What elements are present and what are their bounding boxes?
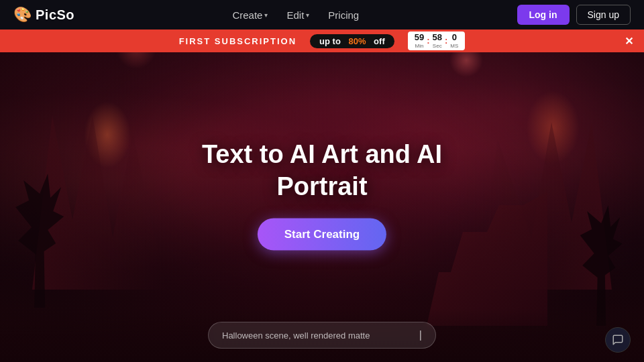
- timer-sep1: :: [427, 36, 429, 46]
- navbar: 🎨 PicSo Create ▾ Edit ▾ Pricing Log in S…: [0, 0, 644, 29]
- logo-text[interactable]: PicSo: [36, 7, 74, 23]
- nav-pricing[interactable]: Pricing: [328, 9, 359, 21]
- nav-create-chevron: ▾: [264, 11, 268, 19]
- promo-timer: 59 Min : 58 Sec : 0 MS: [408, 32, 466, 50]
- promo-badge-suffix: off: [374, 36, 385, 46]
- prompt-bar[interactable]: Halloween scene, well rendered matte |: [208, 322, 436, 349]
- timer-sep2: :: [445, 36, 447, 46]
- timer-seconds-value: 58: [433, 33, 442, 42]
- promo-badge-prefix: up to: [319, 36, 341, 46]
- timer-seconds: 58 Sec: [433, 33, 442, 48]
- logo-icon: 🎨: [13, 6, 32, 23]
- hero-title: Text to AI Art and AI Portrait: [202, 139, 442, 202]
- timer-ms-label: MS: [450, 43, 458, 49]
- navbar-auth: Log in Sign up: [517, 5, 631, 25]
- promo-badge: up to 80% off: [310, 34, 394, 48]
- timer-ms: 0 MS: [450, 33, 458, 48]
- chat-icon: [612, 334, 624, 346]
- promo-text: FIRST SUBSCRIPTION: [179, 36, 297, 46]
- signup-button[interactable]: Sign up: [576, 5, 631, 25]
- nav-edit-label: Edit: [286, 9, 304, 21]
- nav-edit[interactable]: Edit ▾: [286, 9, 309, 21]
- navbar-logo-area: 🎨 PicSo: [13, 6, 74, 23]
- nav-pricing-label: Pricing: [328, 9, 359, 21]
- chat-button[interactable]: [605, 327, 631, 353]
- login-button[interactable]: Log in: [517, 5, 570, 25]
- nav-edit-chevron: ▾: [306, 11, 309, 19]
- hero-title-line2: Portrait: [276, 172, 367, 200]
- nav-create[interactable]: Create ▾: [232, 9, 268, 21]
- promo-close-button[interactable]: ✕: [625, 35, 633, 48]
- timer-seconds-label: Sec: [433, 43, 442, 49]
- promo-badge-value: 80%: [348, 36, 366, 46]
- prompt-text: Halloween scene, well rendered matte: [222, 330, 414, 341]
- promo-banner: FIRST SUBSCRIPTION up to 80% off 59 Min …: [0, 29, 644, 52]
- nav-create-label: Create: [232, 9, 262, 21]
- navbar-nav: Create ▾ Edit ▾ Pricing: [232, 9, 359, 21]
- hero-title-line1: Text to AI Art and AI: [202, 140, 442, 168]
- timer-ms-value: 0: [452, 33, 457, 42]
- timer-minutes: 59 Min: [415, 33, 424, 48]
- timer-minutes-value: 59: [415, 33, 424, 42]
- prompt-cursor: |: [419, 329, 422, 341]
- start-creating-button[interactable]: Start Creating: [258, 219, 386, 251]
- timer-minutes-label: Min: [415, 43, 424, 49]
- hero-content: Text to AI Art and AI Portrait Start Cre…: [202, 139, 442, 251]
